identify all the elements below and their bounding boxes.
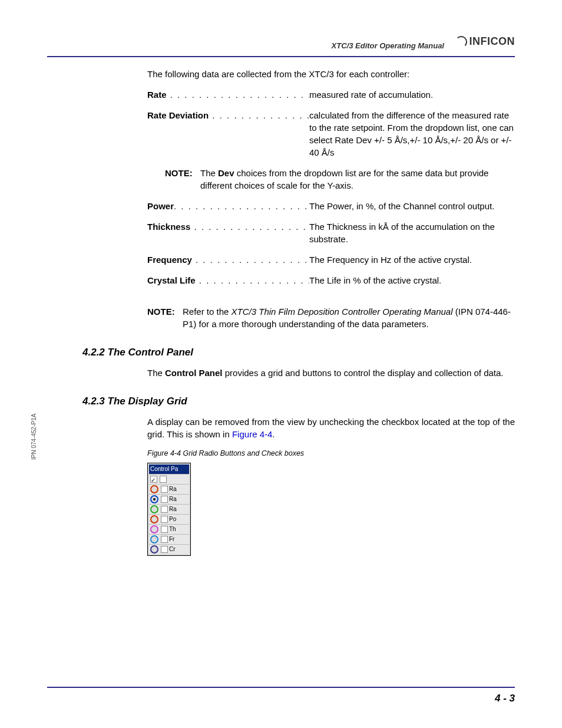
note-bold: Dev: [218, 168, 234, 178]
definition-row: Rate Deviation . . . . . . . . . . . . .…: [147, 109, 515, 159]
def-term: Rate Deviation: [147, 110, 209, 120]
grid-checkbox[interactable]: [161, 496, 168, 503]
grid-radio[interactable]: [150, 495, 158, 503]
figure-link[interactable]: Figure 4-4: [232, 429, 272, 439]
definition-row: Power. . . . . . . . . . . . . . . . . .…: [147, 200, 515, 212]
def-desc: The Frequency in Hz of the active crysta…: [309, 253, 515, 266]
def-term: Frequency: [147, 255, 192, 265]
leader-dots: . . . . . . . . . . . . . . . . . . . .: [192, 255, 309, 265]
grid-radio[interactable]: [150, 545, 158, 554]
def-term: Thickness: [147, 222, 190, 232]
section-422-para: The Control Panel provides a grid and bu…: [147, 367, 515, 379]
definition-row: Crystal Life . . . . . . . . . . . . . .…: [147, 274, 515, 286]
note-prefix: The: [200, 168, 218, 178]
figure-grid-row: Po: [149, 514, 189, 524]
figure-window-title: Control Pa: [149, 465, 189, 474]
footer-rule: [47, 687, 515, 688]
definition-row: Rate . . . . . . . . . . . . . . . . . .…: [147, 88, 515, 101]
header-checkbox-1[interactable]: ✓: [150, 476, 157, 483]
leader-dots: . . . . . . . . . . . . . . . . . . . .: [190, 222, 309, 232]
page-footer: 4 - 3: [47, 687, 515, 704]
grid-row-label: Fr: [169, 535, 189, 543]
note-text: The Dev choices from the dropdown list a…: [200, 167, 515, 192]
page-header: XTC/3 Editor Operating Manual INFICON: [47, 38, 515, 56]
grid-radio[interactable]: [150, 505, 158, 513]
note-label: NOTE:: [165, 167, 200, 192]
para-suffix: provides a grid and buttons to control t…: [223, 368, 504, 378]
leader-dots: . . . . . . . . . . . . . . . . . . .: [196, 275, 309, 285]
note-block: NOTE: The Dev choices from the dropdown …: [147, 167, 515, 192]
note-suffix: choices from the dropdown list are for t…: [200, 168, 488, 190]
section-423-para: A display can be removed from the view b…: [147, 416, 515, 440]
definition-row: Thickness . . . . . . . . . . . . . . . …: [147, 220, 515, 245]
section-heading-422: 4.2.2 The Control Panel: [82, 347, 515, 358]
side-ipn-text: IPN 074-452-P1A: [31, 414, 37, 460]
grid-row-label: Cr: [169, 545, 189, 554]
grid-checkbox[interactable]: [161, 516, 168, 523]
grid-checkbox[interactable]: [161, 546, 168, 553]
para-bold: Control Panel: [165, 368, 223, 378]
note-label: NOTE:: [147, 305, 183, 330]
figure-grid-row: Ra: [149, 504, 189, 514]
def-desc: The Power, in %, of the Channel control …: [309, 200, 515, 212]
grid-radio[interactable]: [150, 515, 158, 523]
header-checkbox-2[interactable]: [160, 476, 167, 483]
header-rule: [47, 56, 515, 57]
grid-radio[interactable]: [150, 525, 158, 533]
figure-grid-row: Ra: [149, 494, 189, 504]
figure-grid-row: Cr: [149, 544, 189, 554]
def-desc: The Thickness in kÅ of the accumulation …: [309, 220, 515, 245]
note-block: NOTE: Refer to the XTC/3 Thin Film Depos…: [147, 305, 515, 330]
grid-row-label: Ra: [169, 485, 189, 493]
note-prefix: Refer to the: [183, 307, 232, 317]
def-term: Power: [147, 201, 174, 211]
page-number: 4 - 3: [47, 693, 515, 704]
grid-radio[interactable]: [150, 485, 158, 493]
grid-checkbox[interactable]: [161, 536, 168, 543]
figure-header-row: ✓: [149, 474, 189, 484]
def-desc: calculated from the difference of the me…: [309, 109, 515, 159]
logo-swirl-icon: [455, 36, 467, 48]
intro-text: The following data are collected from th…: [147, 68, 515, 80]
grid-row-label: Th: [169, 525, 189, 533]
grid-checkbox[interactable]: [161, 526, 168, 533]
grid-radio[interactable]: [150, 535, 158, 543]
para-prefix: A display can be removed from the view b…: [147, 417, 515, 439]
grid-row-label: Ra: [169, 495, 189, 503]
note-ital: XTC/3 Thin Film Deposition Controller Op…: [232, 307, 453, 317]
para-suffix: .: [272, 429, 275, 439]
def-desc: measured rate of accumulation.: [309, 88, 515, 101]
body-content: The following data are collected from th…: [47, 68, 515, 330]
def-term: Rate: [147, 90, 167, 100]
brand-text: INFICON: [470, 35, 515, 48]
def-term: Crystal Life: [147, 275, 196, 285]
leader-dots: . . . . . . . . . . . . . . . . . . . . …: [167, 90, 309, 100]
figure-caption: Figure 4-4 Grid Radio Buttons and Check …: [147, 449, 515, 459]
grid-checkbox[interactable]: [161, 486, 168, 493]
section-heading-423: 4.2.3 The Display Grid: [82, 396, 515, 407]
para-prefix: The: [147, 368, 165, 378]
grid-checkbox[interactable]: [161, 506, 168, 513]
leader-dots: . . . . . . . . . . . . . . . . . . . . …: [174, 201, 309, 211]
figure-grid-row: Th: [149, 524, 189, 534]
definition-row: Frequency . . . . . . . . . . . . . . . …: [147, 253, 515, 266]
leader-dots: . . . . . . . . . . . . . . . .: [209, 110, 309, 120]
brand-logo: INFICON: [455, 35, 515, 48]
grid-row-label: Ra: [169, 505, 189, 513]
figure-4-4: Control Pa ✓ RaRaRaPoThFrCr: [147, 463, 191, 556]
figure-grid-row: Ra: [149, 484, 189, 494]
figure-grid-row: Fr: [149, 534, 189, 544]
def-desc: The Life in % of the active crystal.: [309, 274, 515, 286]
note-text: Refer to the XTC/3 Thin Film Deposition …: [183, 305, 515, 330]
grid-row-label: Po: [169, 515, 189, 523]
doc-title: XTC/3 Editor Operating Manual: [332, 41, 444, 50]
